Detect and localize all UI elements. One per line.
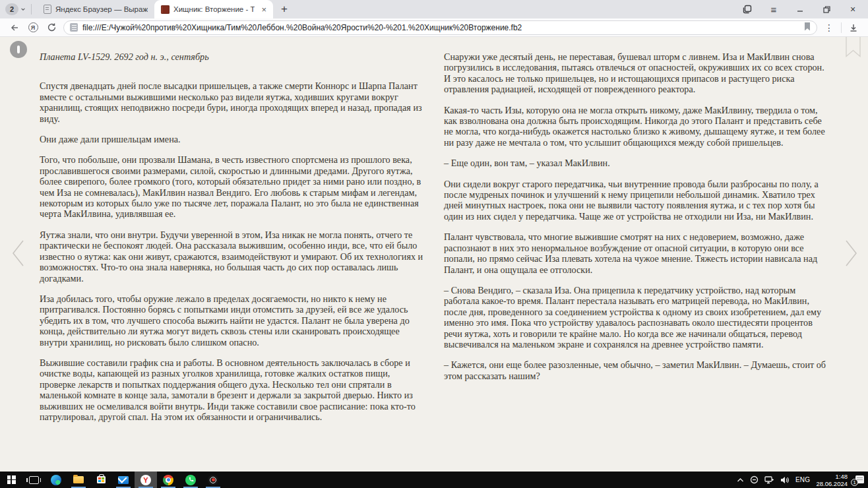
book-paragraph: – Кажется, они еще более разозленные, че… (444, 359, 830, 381)
taskbar-item-edge[interactable] (45, 472, 67, 488)
browser-toolbar: Я file:///E:/Чужой%20против%20Хищника/Ти… (0, 18, 868, 37)
pause-bar-icon (17, 46, 20, 53)
file-icon (70, 23, 78, 32)
tab-yandex-start-page[interactable]: Яндекс Браузер — Выраж (37, 0, 154, 18)
download-icon[interactable] (847, 21, 860, 34)
windows-taskbar: Y ENG 1:48 28.06.2024 (0, 472, 868, 488)
book-paragraph: Они даже дали пришельцам имена. (40, 134, 425, 144)
menu-icon[interactable]: ≡ (768, 3, 780, 15)
book-paragraph: Они сидели вокруг старого передатчика, ч… (444, 179, 830, 222)
language-indicator[interactable]: ENG (795, 476, 811, 483)
book-cover-favicon (161, 5, 170, 14)
tab-close-icon[interactable]: × (261, 5, 266, 14)
mail-envelope-icon (118, 476, 129, 484)
yandex-protect-icon[interactable]: Я (26, 21, 40, 34)
taskbar-item-recorder[interactable] (202, 472, 224, 488)
notification-center-button[interactable]: 1 (853, 475, 864, 485)
book-paragraph: Иза добилась того, чтобы оружие лежало в… (40, 293, 425, 348)
taskbar-item-yandex-browser[interactable]: Y (135, 472, 157, 488)
book-paragraph: – Еще один, вон там, – указал МакИлвин. (444, 158, 830, 168)
restore-button[interactable] (821, 3, 832, 15)
book-paragraph: Выжившие составили график сна и работы. … (40, 357, 425, 422)
notification-count-badge: 1 (851, 479, 858, 486)
ebook-reader-page: Планета LV-1529. 2692 год н. э., сентябр… (0, 37, 868, 472)
clock-time: 1:48 (816, 473, 848, 480)
book-paragraph: – Снова Вендиго, – сказала Иза. Она приц… (444, 285, 830, 350)
book-text-columns: Планета LV-1529. 2692 год н. э., сентябр… (0, 37, 868, 432)
divider (31, 4, 32, 15)
left-paragraphs: Спустя двенадцать дней после высадки при… (40, 80, 425, 422)
taskbar-item-chrome[interactable] (157, 472, 179, 488)
bookmark-ribbon-icon[interactable] (846, 37, 861, 60)
start-button[interactable] (0, 472, 22, 488)
reader-menu-button[interactable] (10, 41, 27, 58)
clock[interactable]: 1:48 28.06.2024 (816, 473, 848, 487)
next-page-arrow[interactable] (844, 239, 859, 268)
taskbar-item-explorer[interactable] (67, 472, 90, 488)
book-paragraph: Палант чувствовала, что многие выжившие … (444, 231, 830, 275)
new-tab-button[interactable]: + (273, 3, 295, 16)
book-paragraph: Какая-то часть Изы, которую она не могла… (444, 105, 830, 148)
task-view-icon (29, 476, 39, 484)
tab-strip: 2 Яндекс Браузер — Выраж Хищник: Вторжен… (0, 0, 868, 18)
minimize-button[interactable] (794, 3, 806, 15)
document-icon (44, 5, 51, 14)
close-button[interactable]: × (847, 3, 859, 15)
previous-page-arrow[interactable] (11, 239, 25, 268)
left-column: Планета LV-1529. 2692 год н. э., сентябр… (40, 51, 425, 432)
tab-panels-icon[interactable] (741, 3, 753, 15)
chrome-icon (163, 475, 173, 485)
address-bar[interactable]: file:///E:/Чужой%20против%20Хищника/Тим%… (63, 20, 817, 35)
refresh-button[interactable] (45, 21, 58, 34)
system-tray: ENG 1:48 28.06.2024 1 (737, 472, 868, 488)
chapter-heading: Планета LV-1529. 2692 год н. э., сентябр… (40, 51, 425, 62)
right-paragraphs: Снаружи уже десятый день, не переставая,… (444, 51, 830, 381)
right-column: Снаружи уже десятый день, не переставая,… (444, 51, 830, 432)
book-paragraph: Яутжа знали, что они внутри. Будучи увер… (40, 229, 425, 284)
task-view-button[interactable] (22, 472, 45, 488)
edge-icon (51, 475, 61, 485)
url-text[interactable]: file:///E:/Чужой%20против%20Хищника/Тим%… (82, 23, 799, 32)
record-icon (208, 475, 218, 485)
back-button[interactable] (8, 21, 21, 34)
taskbar-item-store[interactable] (90, 472, 112, 488)
folder-icon (73, 476, 84, 483)
tab-book-active[interactable]: Хищник: Вторжение - Т × (154, 0, 273, 18)
book-paragraph: Спустя двенадцать дней после высадки при… (40, 80, 425, 124)
tab-count-badge: 2 (5, 3, 18, 15)
tab-title: Хищник: Вторжение - Т (173, 5, 255, 13)
clock-date: 28.06.2024 (816, 480, 848, 487)
tab-counter-button[interactable]: 2 (5, 3, 26, 15)
windows-logo-icon (7, 475, 16, 484)
bookmark-flag-icon[interactable] (804, 22, 811, 34)
taskbar-item-whatsapp[interactable] (179, 472, 202, 488)
book-paragraph: Того, что побольше, они прозвали Шамана,… (40, 154, 425, 219)
taskbar-item-mail[interactable] (112, 472, 135, 488)
whatsapp-icon (185, 475, 196, 485)
volume-icon[interactable] (780, 476, 790, 484)
store-bag-icon (97, 476, 106, 483)
tab-title: Яндекс Браузер — Выраж (55, 5, 148, 13)
network-icon[interactable] (764, 476, 774, 484)
tray-chevron-up-icon[interactable] (737, 477, 744, 483)
book-paragraph: Снаружи уже десятый день, не переставая,… (444, 51, 830, 95)
tray-app-circle-icon[interactable] (750, 475, 759, 484)
yandex-browser-icon: Y (140, 475, 151, 485)
extensions-kebab-icon[interactable]: ⋮ (822, 21, 836, 34)
chevron-down-icon (20, 7, 26, 12)
divider (841, 22, 842, 33)
